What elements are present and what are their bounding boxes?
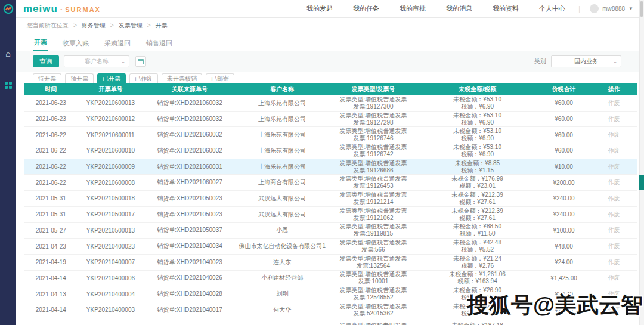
cell-order-no: YKP20210600011 xyxy=(78,132,143,138)
breadcrumb-separator: > xyxy=(73,22,77,29)
brand-logo-icon[interactable] xyxy=(0,0,16,18)
sidebar-home-icon[interactable]: ⌂ xyxy=(0,45,16,63)
cell-invoice-type: 发票类型:增值税普通发票发票:10001 xyxy=(329,271,418,285)
void-action-link[interactable]: 作废 xyxy=(608,147,620,154)
void-action-link[interactable]: 作废 xyxy=(608,243,620,249)
cell-date: 2021-06-22 xyxy=(24,179,78,186)
void-action-link[interactable]: 作废 xyxy=(608,116,620,122)
apps-grid-icon xyxy=(5,82,12,89)
cell-date: 2021-04-23 xyxy=(24,243,78,250)
cell-total: ¥100.00 xyxy=(537,227,590,234)
breadcrumb-item-issue[interactable]: 开票 xyxy=(156,21,168,30)
void-action-link[interactable]: 作废 xyxy=(608,131,620,138)
subtab-0[interactable]: 待开票 xyxy=(33,73,61,83)
void-action-link[interactable]: 作废 xyxy=(608,274,620,281)
watermark-text: 搜狐号@美武云智 xyxy=(467,290,643,320)
customer-name-placeholder: 客户名称 xyxy=(85,57,109,66)
avatar[interactable] xyxy=(590,4,599,13)
subtab-5[interactable]: 已邮寄 xyxy=(206,73,234,83)
tab-2[interactable]: 采购退回 xyxy=(103,35,132,51)
query-button[interactable]: 查询 xyxy=(33,55,59,67)
void-action-link[interactable]: 作废 xyxy=(608,227,620,233)
table-row[interactable]: 2021-04-19YKP20210400007销货单:XHD202104002… xyxy=(24,255,637,271)
tab-3[interactable]: 销售退回 xyxy=(145,35,174,51)
tax-amount-line: 税额：¥27.61 xyxy=(418,215,537,222)
table-row[interactable]: 2021-04-23YKP20210400023销货单:XHD202104003… xyxy=(24,239,637,255)
top-menu-item-2[interactable]: 我的审批 xyxy=(400,4,426,13)
scrollbar-thumb[interactable] xyxy=(640,1,643,17)
top-menu-item-1[interactable]: 我的任务 xyxy=(353,4,379,13)
cell-source-no: 销货单:XHD2021060027 xyxy=(143,178,236,187)
table-row[interactable]: 2021-06-22YKP20210600008销货单:XHD202106002… xyxy=(24,175,637,191)
column-header-3: 客户名称 xyxy=(236,85,329,94)
untaxed-amount-line: 未税金额：¥212.39 xyxy=(418,191,537,199)
invoice-type-line: 发票类型:增值税普通发票 xyxy=(329,191,418,199)
top-menu-item-5[interactable]: 个人中心 xyxy=(539,4,565,13)
table-row[interactable]: 2021-06-23YKP20210600012销货单:XHD202106003… xyxy=(24,112,637,128)
cell-order-no: YKP20210400004 xyxy=(78,291,143,298)
username-label: mw8888 xyxy=(602,5,625,12)
cell-source-no: 销货单:XHD2021060032 xyxy=(143,131,236,139)
logo-primary-text: meiwu xyxy=(23,3,58,15)
table-row[interactable]: 2021-05-31YKP20210500017销货单:XHD202105002… xyxy=(24,207,637,223)
cell-total: ¥48.00 xyxy=(537,243,590,250)
void-action-link[interactable]: 作废 xyxy=(608,211,620,218)
cell-invoice-type: 发票类型:增值税普通发票发票:132564 xyxy=(329,255,418,270)
cell-total: ¥60.00 xyxy=(537,100,590,106)
breadcrumb-item-finance[interactable]: 财务管理 xyxy=(82,21,106,30)
void-action-link[interactable]: 作废 xyxy=(608,179,620,185)
tab-1[interactable]: 收票入账 xyxy=(61,35,90,51)
void-action-link[interactable]: 作废 xyxy=(608,100,620,106)
table-row[interactable]: 2021-06-22YKP20210600011销货单:XHD202106003… xyxy=(24,127,637,143)
top-menu-item-4[interactable]: 我的资料 xyxy=(493,4,519,13)
scrollbar-track[interactable] xyxy=(639,0,644,325)
cell-action: 作废 xyxy=(591,226,637,234)
status-subtabs: 待开票预开票已开票已作废未开票核销已邮寄 xyxy=(16,72,639,83)
cell-order-no: YKP20210600010 xyxy=(78,147,143,154)
cell-source-no: 销货单:XHD2021060032 xyxy=(143,115,236,123)
cell-date: 2021-04-19 xyxy=(24,259,78,265)
cell-customer: 上海乐苑有限公司 xyxy=(236,163,329,171)
cell-invoice-type: 发票类型:增值税普通发票发票:19126686 xyxy=(329,160,418,174)
void-action-link[interactable]: 作废 xyxy=(608,195,620,202)
void-action-link[interactable]: 作废 xyxy=(608,163,620,170)
user-dropdown-caret-icon[interactable]: ▼ xyxy=(628,6,633,11)
sidebar-apps-icon[interactable] xyxy=(0,76,16,94)
cell-invoice-type: 发票类型:增值税专用发票 xyxy=(329,322,418,325)
invoice-no-line: 发票:19121214 xyxy=(329,199,418,206)
top-menu-item-3[interactable]: 我的消息 xyxy=(446,4,472,13)
invoice-type-line: 发票类型:增值税专用发票 xyxy=(329,322,418,325)
invoice-type-line: 发票类型:增值税普通发票 xyxy=(329,303,418,310)
tax-amount-line: 税额：¥6.90 xyxy=(418,103,537,110)
cell-action: 作废 xyxy=(591,258,637,267)
table-row[interactable]: 2021-05-31YKP20210500018销货单:XHD202105002… xyxy=(24,191,637,207)
breadcrumb: 您当前所在位置 > 财务管理 > 发票管理 > 开票 xyxy=(16,18,639,33)
date-picker-button[interactable] xyxy=(135,56,146,67)
customer-name-select[interactable]: 客户名称 ⌄ xyxy=(64,55,129,67)
cell-total: ¥1,425.00 xyxy=(537,275,590,281)
invoice-table: 时间开票单号关联来源单号客户名称发票类型/发票号未税金额/税额价税合计操作 20… xyxy=(24,83,637,325)
user-zone[interactable]: | mw8888 ▼ xyxy=(578,4,633,13)
cell-source-no: 销货单:XHD2021040034 xyxy=(143,242,236,250)
cell-date: 2021-04-14 xyxy=(24,275,78,281)
table-row[interactable]: 2021-06-23YKP20210600013销货单:XHD202106003… xyxy=(24,95,637,112)
subtab-2[interactable]: 已开票 xyxy=(97,73,126,83)
invoice-type-line: 发票类型:增值税普通发票 xyxy=(329,271,418,278)
category-select[interactable]: 国内业务 ⌄ xyxy=(551,55,621,67)
cell-date: 2021-05-31 xyxy=(24,211,78,218)
invoice-type-line: 发票类型:增值税普通发票 xyxy=(329,208,418,215)
column-header-1: 开票单号 xyxy=(78,85,143,94)
table-row[interactable]: 2021-06-22YKP20210600009销货单:XHD202106003… xyxy=(24,159,637,175)
tab-0[interactable]: 开票 xyxy=(33,35,48,51)
breadcrumb-item-invoice-mgmt[interactable]: 发票管理 xyxy=(119,21,143,30)
table-row[interactable]: 2021-04-14YKP20210400006销货单:XHD202104002… xyxy=(24,271,637,287)
subtab-3[interactable]: 已作废 xyxy=(129,73,158,83)
table-row[interactable]: 2021-05-27YKP20210500013销货单:XHD202105003… xyxy=(24,223,637,239)
void-action-link[interactable]: 作废 xyxy=(608,259,620,265)
subtab-1[interactable]: 预开票 xyxy=(65,73,94,83)
side-widget[interactable] xyxy=(639,175,644,190)
invoice-type-line: 发票类型:增值税普通发票 xyxy=(329,112,418,119)
top-menu-item-0[interactable]: 我的发起 xyxy=(306,4,333,13)
table-row[interactable]: 2021-06-22YKP20210600010销货单:XHD202106003… xyxy=(24,143,637,159)
subtab-4[interactable]: 未开票核销 xyxy=(162,73,202,83)
